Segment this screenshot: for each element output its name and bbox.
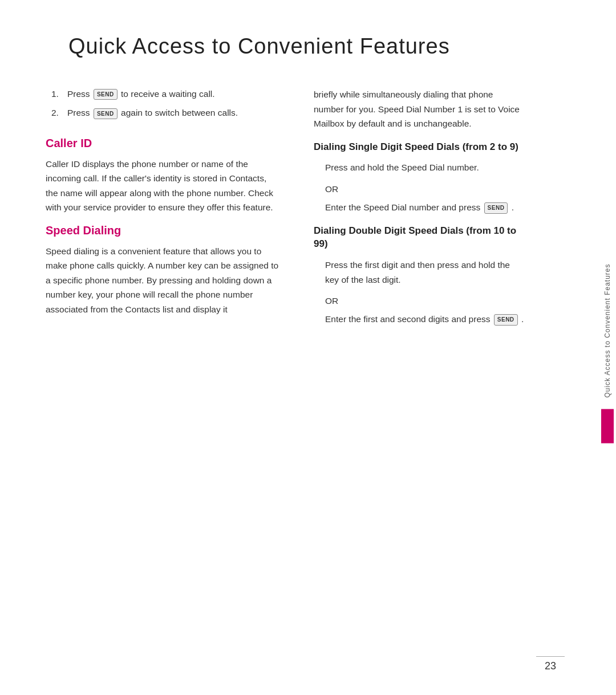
send-button-4: SEND — [494, 314, 518, 326]
speed-dialing-heading: Speed Dialing — [46, 224, 279, 237]
caller-id-heading: Caller ID — [46, 137, 279, 150]
list-item-2: 2. Press SEND again to switch between ca… — [51, 106, 279, 119]
page-number-area: 23 — [536, 656, 565, 672]
double-digit-or: OR — [314, 296, 525, 306]
single-digit-or: OR — [314, 184, 525, 194]
double-digit-heading: Dialing Double Digit Speed Dials (from 1… — [314, 224, 525, 251]
side-tab-bar — [601, 409, 614, 443]
double-digit-option1: Press the first digit and then press and… — [314, 258, 525, 287]
page-number: 23 — [536, 660, 565, 672]
speed-dialing-body: Speed dialing is a convenient feature th… — [46, 244, 279, 317]
double-digit-option2: Enter the first and second digits and pr… — [314, 312, 525, 327]
single-digit-option2-text-after: . — [512, 202, 514, 212]
left-column: 1. Press SEND to receive a waiting call.… — [46, 87, 279, 640]
single-digit-option1: Press and hold the Speed Dial number. — [314, 160, 525, 175]
double-digit-option2-text-after: . — [521, 314, 524, 324]
page-container: Quick Access to Convenient Features 1. P… — [0, 0, 616, 695]
single-digit-option2: Enter the Speed Dial number and press SE… — [314, 200, 525, 215]
item-text-1: Press SEND to receive a waiting call. — [67, 87, 215, 100]
single-digit-heading: Dialing Single Digit Speed Dials (from 2… — [314, 140, 525, 154]
double-digit-option2-text-before: Enter the first and second digits and pr… — [325, 314, 491, 324]
single-digit-option2-text-before: Enter the Speed Dial number and press — [325, 202, 480, 212]
content-layout: 1. Press SEND to receive a waiting call.… — [46, 87, 570, 640]
item-number-1: 1. — [51, 87, 63, 100]
side-tab-text: Quick Access to Convenient Features — [599, 252, 616, 409]
right-column: briefly while simultaneously dialing tha… — [314, 87, 525, 640]
numbered-list: 1. Press SEND to receive a waiting call.… — [46, 87, 279, 120]
list-item-1: 1. Press SEND to receive a waiting call. — [51, 87, 279, 100]
side-tab: Quick Access to Convenient Features — [599, 252, 616, 443]
item-number-2: 2. — [51, 106, 63, 119]
item-text-2: Press SEND again to switch between calls… — [67, 106, 238, 119]
page-title: Quick Access to Convenient Features — [68, 34, 570, 59]
send-button-3: SEND — [484, 202, 508, 214]
send-button-2: SEND — [94, 108, 117, 119]
send-button-1: SEND — [94, 89, 117, 100]
intro-text: briefly while simultaneously dialing tha… — [314, 87, 525, 131]
page-number-line — [536, 656, 565, 657]
caller-id-body: Caller ID displays the phone number or n… — [46, 157, 279, 215]
